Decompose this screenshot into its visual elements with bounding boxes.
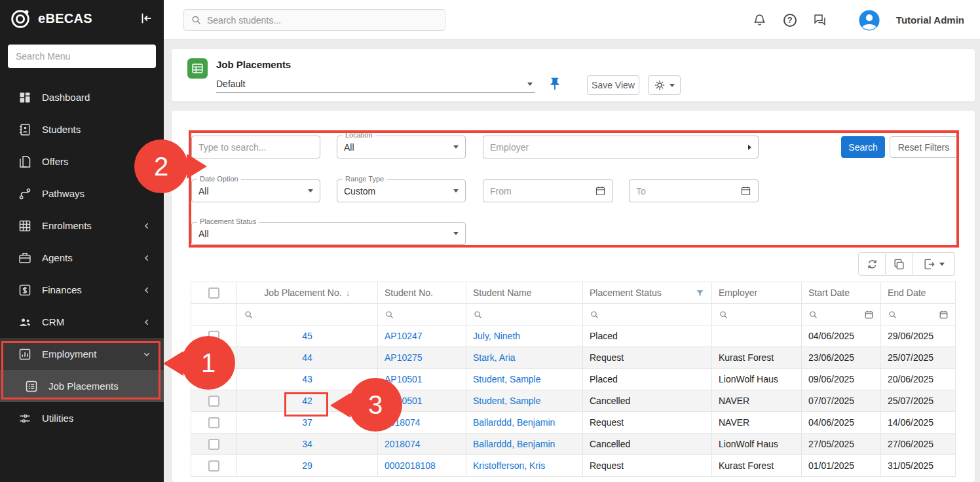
chevron-down-icon (527, 83, 533, 86)
employer-field[interactable] (483, 136, 759, 158)
job-placement-no-link[interactable]: 43 (302, 374, 312, 384)
view-settings-button[interactable] (648, 75, 681, 95)
row-checkbox[interactable] (208, 439, 219, 450)
student-search[interactable] (183, 9, 445, 31)
student-no-link[interactable]: 2018074 (385, 439, 421, 449)
calendar-icon[interactable] (740, 185, 751, 196)
to-date-input[interactable] (636, 186, 740, 196)
sidebar-item-students[interactable]: Students (0, 113, 164, 145)
reset-filters-button[interactable]: Reset Filters (890, 136, 958, 158)
notifications-icon[interactable] (752, 12, 768, 28)
sidebar-item-job-placements[interactable]: Job Placements (0, 370, 164, 402)
sidebar-item-agents[interactable]: Agents (0, 242, 164, 274)
row-checkbox[interactable] (208, 374, 219, 385)
search-icon (808, 310, 818, 320)
column-header-employer[interactable]: Employer (712, 282, 802, 304)
chevron-left-icon (141, 221, 152, 231)
student-name-link[interactable]: Student, Sample (473, 374, 541, 384)
student-no-link[interactable]: AP10501 (385, 374, 423, 384)
date-option-select[interactable]: Date Option All (191, 179, 320, 202)
search-icon (473, 310, 483, 320)
student-name-link[interactable]: Stark, Aria (473, 352, 516, 363)
sidebar-item-enrolments[interactable]: Enrolments (0, 210, 164, 242)
job-placement-no-link[interactable]: 34 (302, 439, 312, 449)
row-checkbox[interactable] (208, 352, 219, 363)
sidebar-item-dashboard[interactable]: Dashboard (0, 81, 164, 113)
sort-desc-icon: ↓ (346, 287, 350, 298)
student-no-link[interactable]: AP10501 (385, 396, 423, 406)
start-date-filter[interactable] (802, 304, 881, 325)
help-icon[interactable]: ? (783, 14, 797, 27)
to-date-field[interactable] (629, 179, 759, 202)
sidebar-collapse-icon[interactable] (139, 11, 155, 27)
keyword-search-field[interactable] (191, 136, 320, 158)
student-no-link[interactable]: 2018074 (385, 417, 421, 428)
search-icon (385, 310, 394, 320)
employer-input[interactable] (490, 142, 748, 153)
student-name-link[interactable]: Ballarddd, Benjamin (473, 439, 555, 449)
job-placement-no-link[interactable]: 37 (302, 417, 312, 428)
search-icon (191, 14, 202, 26)
keyword-search-input[interactable] (198, 142, 313, 153)
sidebar-item-employment[interactable]: Employment (0, 338, 164, 370)
student-search-input[interactable] (207, 15, 438, 26)
view-select[interactable]: Default (216, 75, 535, 93)
student-name-link[interactable]: Kristofferson, Kris (473, 460, 545, 471)
placement-status-select[interactable]: Placement Status All (191, 222, 466, 245)
status-filter[interactable] (583, 304, 712, 325)
column-header-end-date[interactable]: End Date (881, 282, 956, 304)
column-header-placement-status[interactable]: Placement Status (583, 282, 712, 304)
refresh-button[interactable] (858, 252, 886, 276)
sidebar-item-finances[interactable]: Finances (0, 274, 164, 306)
student-name-link[interactable]: July, Nineth (473, 331, 520, 341)
job-placement-no-link[interactable]: 29 (302, 460, 312, 471)
job-placement-no-link[interactable]: 42 (302, 396, 312, 406)
sidebar-item-pathways[interactable]: Pathways (0, 177, 164, 210)
column-header-job-placement-no[interactable]: Job Placement No.↓ (237, 282, 378, 304)
student-name-filter[interactable] (466, 304, 583, 325)
employer-cell: Kurast Forest (712, 347, 802, 369)
from-date-field[interactable] (483, 179, 613, 202)
from-date-input[interactable] (490, 186, 595, 196)
row-checkbox[interactable] (208, 417, 219, 428)
student-no-link[interactable]: AP10275 (385, 352, 423, 363)
search-button[interactable]: Search (841, 136, 885, 158)
student-no-link[interactable]: 0002018108 (385, 460, 436, 471)
user-name[interactable]: Tutorial Admin (896, 14, 964, 26)
calendar-icon[interactable] (595, 185, 606, 196)
row-checkbox[interactable] (208, 331, 219, 342)
student-no-link[interactable]: AP10247 (385, 331, 423, 341)
select-all-checkbox[interactable] (208, 287, 219, 299)
column-header-student-name[interactable]: Student Name (466, 282, 583, 304)
pin-view-button[interactable] (548, 77, 562, 91)
row-checkbox[interactable] (208, 460, 219, 472)
job-no-filter[interactable] (237, 304, 378, 325)
range-type-select[interactable]: Range Type Custom (337, 179, 466, 202)
save-view-button[interactable]: Save View (587, 75, 639, 95)
employer-filter[interactable] (712, 304, 802, 325)
column-header-student-no[interactable]: Student No. (378, 282, 466, 304)
copy-icon (893, 258, 905, 270)
job-placement-no-link[interactable]: 44 (302, 352, 312, 363)
student-name-link[interactable]: Ballarddd, Benjamin (473, 417, 555, 428)
end-date-cell: 27/06/2025 (881, 434, 956, 455)
employer-cell: NAVER (712, 412, 802, 434)
filter-funnel-icon[interactable] (695, 288, 705, 298)
user-avatar[interactable] (858, 9, 880, 31)
sidebar-item-utilities[interactable]: Utilities (0, 402, 164, 434)
end-date-filter[interactable] (881, 304, 956, 325)
sidebar-item-offers[interactable]: Offers (0, 145, 164, 177)
job-placement-no-link[interactable]: 45 (302, 331, 312, 341)
sidebar-item-crm[interactable]: CRM (0, 306, 164, 338)
student-no-filter[interactable] (378, 304, 466, 325)
copy-button[interactable] (886, 252, 913, 276)
location-select[interactable]: Location All (337, 136, 466, 158)
row-checkbox[interactable] (208, 396, 219, 407)
table-row: 44AP10275Stark, AriaRequestKurast Forest… (191, 347, 956, 369)
column-header-start-date[interactable]: Start Date (802, 282, 881, 304)
export-button[interactable] (913, 252, 955, 276)
sidebar-search-input[interactable] (8, 45, 156, 68)
placement-status-cell: Cancelled (583, 390, 712, 412)
student-name-link[interactable]: Student, Sample (473, 396, 541, 406)
chat-icon[interactable] (812, 12, 828, 28)
